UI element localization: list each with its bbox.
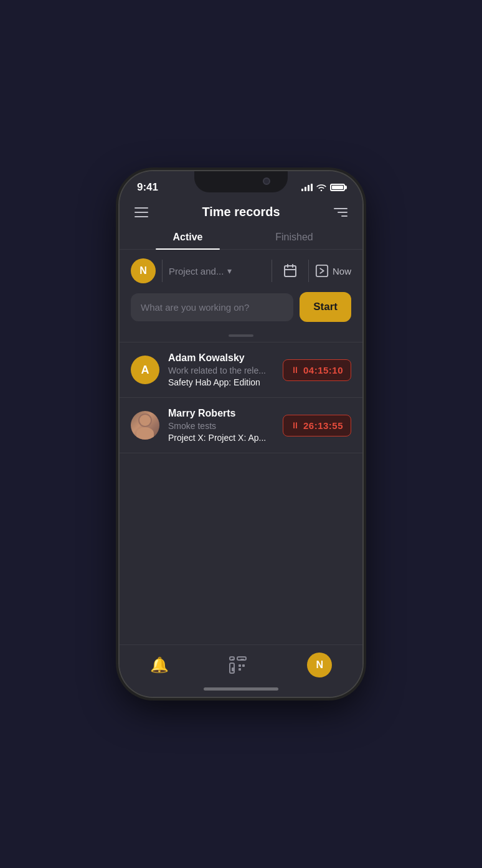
bell-icon: 🔔: [150, 656, 169, 674]
project-selector[interactable]: Project and... ▾: [169, 266, 265, 276]
profile-avatar: N: [307, 653, 332, 677]
filter-button[interactable]: [334, 208, 347, 217]
svg-rect-4: [316, 265, 328, 276]
records-list: A Adam Kowalsky Work related to the rele…: [120, 342, 362, 644]
svg-rect-0: [285, 266, 296, 276]
avatar: [131, 411, 159, 440]
task-input[interactable]: [131, 293, 293, 321]
bottom-nav: 🔔: [120, 644, 362, 682]
record-item[interactable]: Marry Roberts Smoke tests Project X: Pro…: [120, 398, 362, 453]
battery-icon: [330, 184, 345, 191]
timer-badge[interactable]: ⏸ 26:13:55: [283, 415, 351, 436]
phone-frame: 9:41: [120, 171, 362, 697]
filter-row: N Project and... ▾: [120, 250, 362, 292]
start-button[interactable]: Start: [300, 292, 351, 322]
record-name: Marry Roberts: [168, 408, 274, 419]
record-project: Safety Hab App: Edition: [168, 377, 274, 387]
vertical-divider-3: [308, 260, 309, 282]
tab-bar: Active Finished: [120, 225, 362, 250]
timer-badge[interactable]: ⏸ 04:15:10: [283, 359, 351, 381]
drag-handle: [120, 332, 362, 342]
arrow-right-box-icon: [315, 264, 329, 278]
record-info: Adam Kowalsky Work related to the rele..…: [168, 352, 274, 387]
calendar-button[interactable]: [278, 259, 302, 283]
nav-profile[interactable]: N: [307, 653, 332, 677]
app-header: Time records: [120, 197, 362, 225]
input-area: Start: [120, 292, 362, 332]
record-task: Work related to the rele...: [168, 366, 274, 375]
record-item[interactable]: A Adam Kowalsky Work related to the rele…: [120, 342, 362, 398]
user-avatar[interactable]: N: [131, 258, 156, 283]
vertical-divider-2: [272, 260, 272, 282]
screen: 9:41: [120, 171, 362, 697]
menu-button[interactable]: [135, 207, 148, 217]
wifi-icon: [316, 184, 326, 191]
record-task: Smoke tests: [168, 421, 274, 431]
qr-icon: [229, 656, 247, 674]
notch: [194, 171, 288, 192]
chevron-down-icon: ▾: [227, 266, 232, 276]
home-bar: [204, 687, 278, 691]
vertical-divider: [162, 260, 163, 282]
nav-qr-scanner[interactable]: [229, 656, 247, 674]
tab-active[interactable]: Active: [135, 225, 241, 249]
pause-icon: ⏸: [291, 420, 300, 430]
status-icons: [301, 184, 345, 191]
camera: [263, 177, 270, 185]
timer-text: 04:15:10: [303, 365, 343, 375]
avatar: A: [131, 356, 159, 384]
now-button[interactable]: Now: [315, 264, 351, 278]
page-title: Time records: [202, 205, 280, 219]
tab-finished[interactable]: Finished: [241, 225, 347, 249]
now-label: Now: [333, 266, 351, 276]
timer-text: 26:13:55: [303, 420, 343, 431]
record-info: Marry Roberts Smoke tests Project X: Pro…: [168, 408, 274, 443]
nav-notifications[interactable]: 🔔: [150, 656, 169, 674]
signal-icon: [301, 184, 313, 191]
pause-icon: ⏸: [291, 365, 300, 375]
record-project: Project X: Project X: Ap...: [168, 433, 274, 443]
calendar-icon: [283, 263, 298, 278]
home-indicator: [120, 682, 362, 697]
status-time: 9:41: [137, 181, 158, 194]
record-name: Adam Kowalsky: [168, 352, 274, 364]
project-selector-text: Project and...: [169, 266, 224, 276]
